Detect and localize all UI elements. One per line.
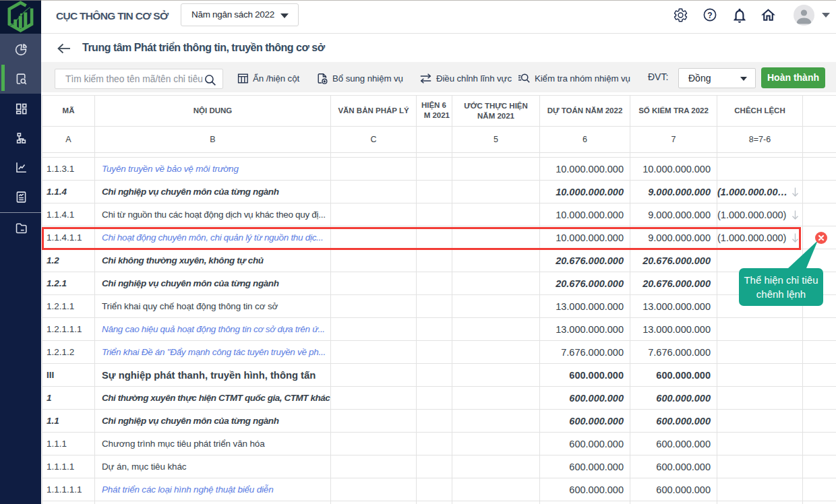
svg-text:?: ?: [707, 11, 712, 20]
